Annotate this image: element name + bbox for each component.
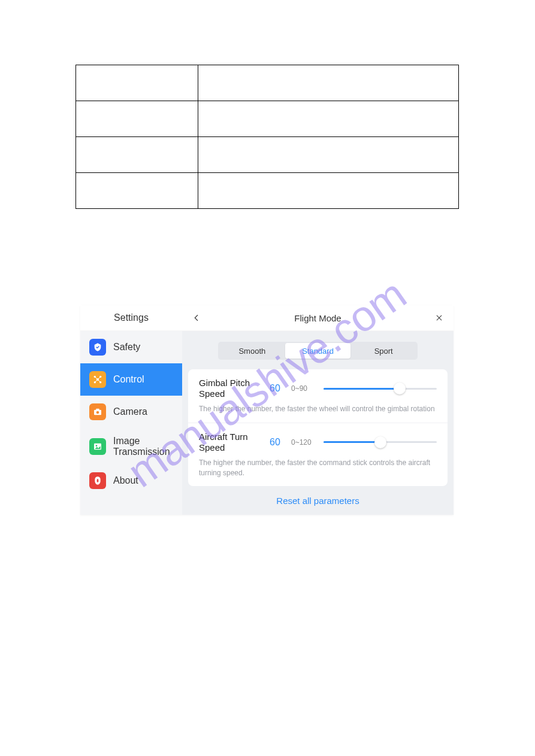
slider-thumb[interactable] <box>394 382 406 394</box>
reset-all-parameters-link[interactable]: Reset all parameters <box>182 486 454 512</box>
sidebar-item-image-transmission[interactable]: Image Transmission <box>80 428 182 464</box>
sidebar-item-label: Control <box>113 374 144 385</box>
flight-mode-tabs: Smooth Standard Sport <box>218 342 418 360</box>
gimbal-pitch-speed-row: Gimbal Pitch Speed 60 0~90 The higher th… <box>188 369 448 423</box>
sidebar-title: Settings <box>80 305 182 331</box>
svg-rect-11 <box>96 409 99 411</box>
row-label: Gimbal Pitch Speed <box>199 378 259 399</box>
settings-panel: Settings Safety <box>80 305 454 515</box>
svg-line-8 <box>98 379 101 382</box>
slider-fill <box>324 388 400 390</box>
row-range: 0~120 <box>291 438 316 447</box>
sidebar-item-label: Camera <box>113 406 147 417</box>
back-button[interactable] <box>191 312 202 324</box>
image-icon <box>89 438 106 455</box>
row-description: The higher the number, the faster the wh… <box>199 404 437 414</box>
safety-icon <box>89 339 106 356</box>
row-description: The higher the number, the faster the co… <box>199 458 437 478</box>
settings-sidebar: Settings Safety <box>80 305 182 515</box>
row-value: 60 <box>266 437 284 448</box>
slider-fill <box>324 441 380 443</box>
row-range: 0~90 <box>291 384 316 393</box>
sidebar-item-safety[interactable]: Safety <box>80 331 182 363</box>
content-header: Flight Mode <box>182 305 454 331</box>
control-icon <box>89 371 106 388</box>
row-label: Aircraft Turn Speed <box>199 432 259 453</box>
aircraft-turn-speed-row: Aircraft Turn Speed 60 0~120 The higher … <box>188 423 448 487</box>
sidebar-item-control[interactable]: Control <box>80 363 182 396</box>
empty-table <box>75 65 459 209</box>
svg-line-5 <box>95 377 98 379</box>
about-icon <box>89 472 106 489</box>
flight-mode-tabs-container: Smooth Standard Sport <box>182 331 454 367</box>
svg-point-10 <box>96 411 99 414</box>
tab-smooth[interactable]: Smooth <box>219 343 285 359</box>
row-value: 60 <box>266 383 284 394</box>
sidebar-item-camera[interactable]: Camera <box>80 396 182 428</box>
svg-rect-14 <box>97 479 99 482</box>
settings-content: Flight Mode Smooth Standard Sport Gimbal… <box>182 305 454 515</box>
close-button[interactable] <box>433 312 445 324</box>
sidebar-item-label: About <box>113 475 138 486</box>
slider-thumb[interactable] <box>374 436 386 448</box>
content-title: Flight Mode <box>294 313 341 323</box>
svg-line-7 <box>95 379 98 382</box>
tab-sport[interactable]: Sport <box>350 343 416 359</box>
camera-icon <box>89 403 106 420</box>
sidebar-item-about[interactable]: About <box>80 464 182 497</box>
sidebar-item-label: Image Transmission <box>113 436 173 457</box>
sidebar-item-label: Safety <box>113 342 140 353</box>
tab-standard[interactable]: Standard <box>285 343 351 359</box>
svg-line-6 <box>98 377 101 379</box>
aircraft-turn-speed-slider[interactable] <box>324 436 437 448</box>
svg-point-13 <box>96 445 98 447</box>
parameters-card: Gimbal Pitch Speed 60 0~90 The higher th… <box>188 369 448 486</box>
gimbal-pitch-speed-slider[interactable] <box>324 382 437 394</box>
